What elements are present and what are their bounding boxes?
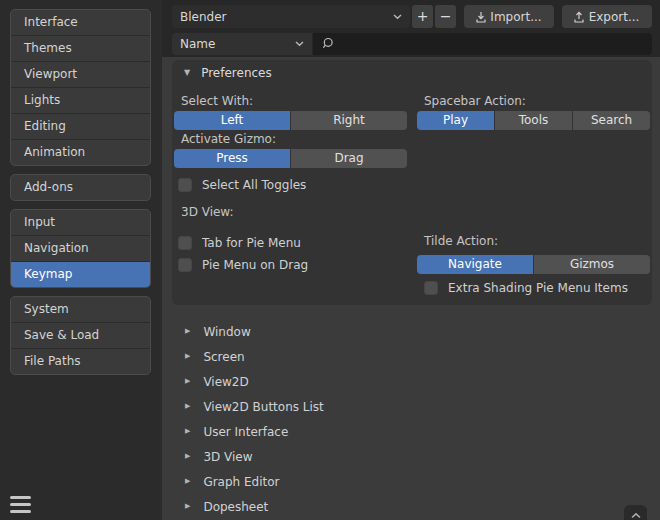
sidebar-item-save-load[interactable]: Save & Load: [11, 322, 150, 348]
keymap-search-input[interactable]: [313, 33, 652, 55]
hamburger-icon[interactable]: [10, 496, 31, 513]
triangle-down-icon: ▼: [184, 69, 190, 77]
triangle-right-icon: ▶: [185, 503, 190, 510]
triangle-right-icon: ▶: [185, 403, 190, 410]
triangle-right-icon: ▶: [185, 353, 190, 360]
export-icon: [572, 10, 586, 24]
section-view2d-buttons-list[interactable]: ▶ View2D Buttons List: [172, 394, 652, 419]
add-preset-button[interactable]: +: [412, 5, 433, 28]
gizmo-drag-option[interactable]: Drag: [291, 149, 407, 168]
select-with-segment: Left Right: [174, 111, 407, 130]
section-window[interactable]: ▶ Window: [172, 319, 652, 344]
section-dopesheet[interactable]: ▶ Dopesheet: [172, 494, 652, 519]
sidebar-group-addons: Add-ons: [10, 174, 151, 201]
extra-shading-row: Extra Shading Pie Menu Items: [417, 279, 650, 296]
scroll-indicator[interactable]: [624, 505, 647, 520]
search-filter-dropdown[interactable]: Name: [172, 33, 312, 55]
sidebar-item-themes[interactable]: Themes: [11, 35, 150, 61]
section-user-interface[interactable]: ▶ User Interface: [172, 419, 652, 444]
spacebar-action-segment: Play Tools Search: [417, 111, 650, 130]
sidebar-item-keymap[interactable]: Keymap: [11, 261, 150, 287]
section-screen[interactable]: ▶ Screen: [172, 344, 652, 369]
section-graph-editor[interactable]: ▶ Graph Editor: [172, 469, 652, 494]
activate-gizmo-segment: Press Drag: [174, 149, 407, 168]
chevron-down-icon: [393, 14, 402, 20]
spacebar-action-label: Spacebar Action:: [417, 94, 650, 109]
gizmo-press-option[interactable]: Press: [174, 149, 290, 168]
chevron-up-icon: [630, 511, 642, 520]
section-label: 3D View: [203, 450, 252, 464]
spacebar-play-option[interactable]: Play: [417, 111, 494, 130]
section-label: Graph Editor: [203, 475, 279, 489]
section-label: Dopesheet: [203, 500, 268, 514]
preferences-panel-header[interactable]: ▼ Preferences: [174, 60, 650, 86]
keymap-content: ▼ Preferences Select With: Spacebar Acti…: [162, 57, 660, 520]
remove-preset-button[interactable]: −: [435, 5, 456, 28]
blender-preferences-window: Interface Themes Viewport Lights Editing…: [0, 0, 660, 520]
triangle-right-icon: ▶: [185, 328, 190, 335]
view3d-label: 3D View:: [174, 205, 407, 220]
preferences-panel: ▼ Preferences Select With: Spacebar Acti…: [172, 60, 652, 305]
sidebar-item-animation[interactable]: Animation: [11, 139, 150, 165]
tilde-action-label: Tilde Action:: [417, 234, 650, 249]
keymap-sections-list: ▶ Window ▶ Screen ▶ View2D ▶ View2D Butt…: [172, 319, 652, 520]
select-all-toggles-label: Select All Toggles: [202, 178, 306, 192]
extra-shading-label: Extra Shading Pie Menu Items: [448, 281, 628, 295]
tab-for-pie-menu-label: Tab for Pie Menu: [202, 236, 301, 250]
keymap-search-row: Name: [172, 33, 652, 55]
import-button-label: Import...: [488, 10, 544, 24]
section-label: Screen: [203, 350, 244, 364]
sidebar-item-editing[interactable]: Editing: [11, 113, 150, 139]
sidebar-item-system[interactable]: System: [11, 297, 150, 322]
select-with-right-option[interactable]: Right: [291, 111, 407, 130]
export-button[interactable]: Export...: [562, 5, 652, 28]
keymap-preset-row: Blender + − Import...: [172, 5, 652, 28]
tab-for-pie-menu-checkbox[interactable]: [178, 236, 192, 250]
sidebar-item-addons[interactable]: Add-ons: [11, 175, 150, 200]
preferences-sidebar: Interface Themes Viewport Lights Editing…: [0, 0, 162, 520]
section-3d-view[interactable]: ▶ 3D View: [172, 444, 652, 469]
triangle-right-icon: ▶: [185, 378, 190, 385]
keymap-preset-value: Blender: [180, 10, 227, 24]
spacebar-tools-option[interactable]: Tools: [495, 111, 572, 130]
sidebar-item-interface[interactable]: Interface: [11, 10, 150, 35]
activate-gizmo-label: Activate Gizmo:: [174, 132, 407, 147]
keymap-main-region: Blender + − Import...: [162, 0, 660, 520]
triangle-right-icon: ▶: [185, 453, 190, 460]
keymap-preset-dropdown[interactable]: Blender: [172, 5, 410, 28]
extra-shading-checkbox[interactable]: [424, 281, 438, 295]
triangle-right-icon: ▶: [185, 478, 190, 485]
keymap-header: Blender + − Import...: [162, 0, 660, 57]
section-label: View2D Buttons List: [203, 400, 323, 414]
tilde-navigate-option[interactable]: Navigate: [417, 255, 533, 274]
sidebar-item-input[interactable]: Input: [11, 210, 150, 235]
sidebar-item-lights[interactable]: Lights: [11, 87, 150, 113]
tab-for-pie-menu-row: Tab for Pie Menu: [174, 234, 407, 251]
sidebar-group-input: Input Navigation Keymap: [10, 209, 151, 288]
pie-menu-on-drag-checkbox[interactable]: [178, 258, 192, 272]
triangle-right-icon: ▶: [185, 428, 190, 435]
import-icon: [474, 10, 488, 24]
sidebar-item-viewport[interactable]: Viewport: [11, 61, 150, 87]
import-button[interactable]: Import...: [464, 5, 554, 28]
tilde-gizmos-option[interactable]: Gizmos: [534, 255, 650, 274]
select-with-left-option[interactable]: Left: [174, 111, 290, 130]
sidebar-group-general: Interface Themes Viewport Lights Editing…: [10, 9, 151, 166]
select-all-toggles-checkbox[interactable]: [178, 178, 192, 192]
preferences-panel-title: Preferences: [201, 66, 272, 80]
tilde-action-segment: Navigate Gizmos: [417, 255, 650, 274]
section-label: User Interface: [203, 425, 288, 439]
pie-menu-on-drag-label: Pie Menu on Drag: [202, 258, 308, 272]
sidebar-item-file-paths[interactable]: File Paths: [11, 348, 150, 374]
spacebar-search-option[interactable]: Search: [573, 111, 650, 130]
preferences-grid: Select With: Spacebar Action: Left Right…: [174, 86, 650, 296]
select-all-toggles-row: Select All Toggles: [174, 176, 407, 193]
section-label: Window: [203, 325, 250, 339]
pie-menu-on-drag-row: Pie Menu on Drag: [174, 256, 407, 273]
select-with-label: Select With:: [174, 94, 407, 109]
chevron-down-icon: [295, 41, 304, 47]
export-button-label: Export...: [586, 10, 642, 24]
section-label: View2D: [203, 375, 248, 389]
section-view2d[interactable]: ▶ View2D: [172, 369, 652, 394]
sidebar-item-navigation[interactable]: Navigation: [11, 235, 150, 261]
